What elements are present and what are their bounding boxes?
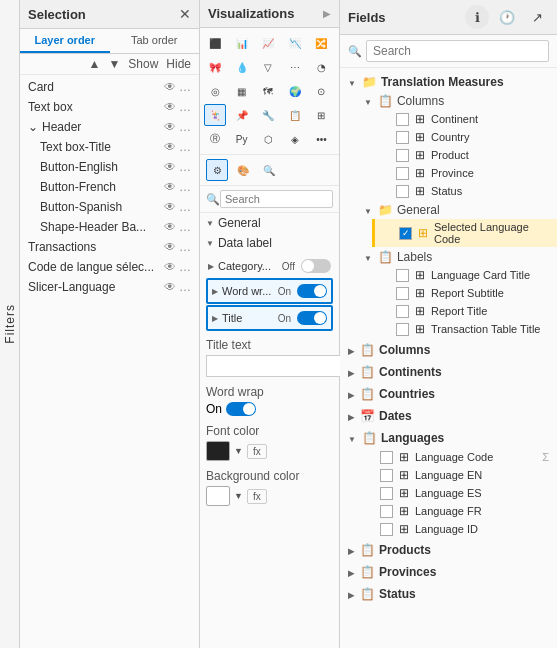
viz-icon-pie[interactable]: ◔ xyxy=(310,56,332,78)
product-checkbox[interactable] xyxy=(396,149,409,162)
viz-icon-matrix[interactable]: ⊞ xyxy=(310,104,332,126)
layer-item-button-spanish[interactable]: Button-Spanish 👁 … xyxy=(20,197,199,217)
tree-item-report-title[interactable]: ⊞ Report Title xyxy=(372,302,557,320)
tree-item-selected-language-code[interactable]: ⊞ Selected Language Code xyxy=(372,219,557,247)
layer-item-text-box-title[interactable]: Text box-Title 👁 … xyxy=(20,137,199,157)
viz-section-general[interactable]: General xyxy=(200,213,339,233)
bg-color-dropdown-icon[interactable]: ▼ xyxy=(234,491,243,501)
tree-sub-header-labels[interactable]: 📋 Labels xyxy=(356,248,557,266)
viz-icon-donut[interactable]: ◎ xyxy=(204,80,226,102)
language-id-checkbox[interactable] xyxy=(380,523,393,536)
info-button[interactable]: ℹ xyxy=(465,5,489,29)
report-title-checkbox[interactable] xyxy=(396,305,409,318)
tree-item-report-subtitle[interactable]: ⊞ Report Subtitle xyxy=(372,284,557,302)
language-en-checkbox[interactable] xyxy=(380,469,393,482)
bg-color-fx-button[interactable]: fx xyxy=(247,489,267,504)
tree-group-header-translation-measures[interactable]: 📁 Translation Measures xyxy=(340,72,557,92)
tree-item-language-es[interactable]: ⊞ Language ES xyxy=(356,484,557,502)
viz-icon-line[interactable]: 📈 xyxy=(257,32,279,54)
tree-item-country[interactable]: ⊞ Country xyxy=(372,128,557,146)
viz-icon-map[interactable]: 🗺 xyxy=(257,80,279,102)
tree-item-language-fr[interactable]: ⊞ Language FR xyxy=(356,502,557,520)
viz-analytics-icon[interactable]: 🔍 xyxy=(258,159,280,181)
continent-checkbox[interactable] xyxy=(396,113,409,126)
tree-item-province[interactable]: ⊞ Province xyxy=(372,164,557,182)
viz-icon-py[interactable]: Py xyxy=(231,128,253,150)
tree-item-language-en[interactable]: ⊞ Language EN xyxy=(356,466,557,484)
clock-button[interactable]: 🕐 xyxy=(495,5,519,29)
tree-group-header-continents[interactable]: 📋 Continents xyxy=(340,362,557,382)
tree-item-continent[interactable]: ⊞ Continent xyxy=(372,110,557,128)
tree-group-header-provinces[interactable]: 📋 Provinces xyxy=(340,562,557,582)
layer-item-button-french[interactable]: Button-French 👁 … xyxy=(20,177,199,197)
viz-section-data-label[interactable]: Data label xyxy=(200,233,339,253)
viz-icon-filled-map[interactable]: 🌍 xyxy=(284,80,306,102)
bg-color-swatch[interactable] xyxy=(206,486,230,506)
tree-group-header-columns[interactable]: 📋 Columns xyxy=(340,340,557,360)
viz-paint-icon[interactable]: 🎨 xyxy=(232,159,254,181)
show-button[interactable]: Show xyxy=(128,57,158,71)
viz-icon-funnel[interactable]: ▽ xyxy=(257,56,279,78)
viz-icon-more[interactable]: ••• xyxy=(310,128,332,150)
transaction-table-title-checkbox[interactable] xyxy=(396,323,409,336)
viz-icon-card[interactable]: 🃏 xyxy=(204,104,226,126)
viz-icon-kpi[interactable]: 📌 xyxy=(231,104,253,126)
language-fr-checkbox[interactable] xyxy=(380,505,393,518)
viz-icon-custom1[interactable]: ⬡ xyxy=(257,128,279,150)
tab-layer-order[interactable]: Layer order xyxy=(20,29,110,53)
viz-icon-custom2[interactable]: ◈ xyxy=(284,128,306,150)
language-card-title-checkbox[interactable] xyxy=(396,269,409,282)
word-wrap-toggle[interactable] xyxy=(297,284,327,298)
viz-icon-table[interactable]: 📋 xyxy=(284,104,306,126)
tree-item-transaction-table-title[interactable]: ⊞ Transaction Table Title xyxy=(372,320,557,338)
font-color-dropdown-icon[interactable]: ▼ xyxy=(234,446,243,456)
tree-sub-header-columns[interactable]: 📋 Columns xyxy=(356,92,557,110)
share-button[interactable]: ↗ xyxy=(525,5,549,29)
language-es-checkbox[interactable] xyxy=(380,487,393,500)
viz-icon-area[interactable]: 📉 xyxy=(284,32,306,54)
layer-item-code-de-langue[interactable]: Code de langue sélec... 👁 … xyxy=(20,257,199,277)
language-code-checkbox[interactable] xyxy=(380,451,393,464)
tree-group-header-status[interactable]: 📋 Status xyxy=(340,584,557,604)
viz-icon-slicer[interactable]: 🔧 xyxy=(257,104,279,126)
category-toggle[interactable] xyxy=(301,259,331,273)
layer-item-text-box[interactable]: Text box 👁 … xyxy=(20,97,199,117)
tree-item-language-code[interactable]: ⊞ Language Code Σ xyxy=(356,448,557,466)
layer-item-transactions[interactable]: Transactions 👁 … xyxy=(20,237,199,257)
layer-item-card[interactable]: Card 👁 … xyxy=(20,77,199,97)
hide-button[interactable]: Hide xyxy=(166,57,191,71)
layer-item-shape-header[interactable]: Shape-Header Ba... 👁 … xyxy=(20,217,199,237)
viz-icon-waterfall[interactable]: 💧 xyxy=(231,56,253,78)
viz-icon-r[interactable]: Ⓡ xyxy=(204,128,226,150)
country-checkbox[interactable] xyxy=(396,131,409,144)
viz-icon-combo[interactable]: 🔀 xyxy=(310,32,332,54)
layer-item-button-english[interactable]: Button-English 👁 … xyxy=(20,157,199,177)
tree-group-header-countries[interactable]: 📋 Countries xyxy=(340,384,557,404)
fields-search-input[interactable] xyxy=(366,40,549,62)
tree-item-status[interactable]: ⊞ Status xyxy=(372,182,557,200)
layer-item-slicer-language[interactable]: Slicer-Language 👁 … xyxy=(20,277,199,297)
up-arrow-button[interactable]: ▲ xyxy=(89,57,101,71)
title-text-input[interactable] xyxy=(206,355,354,377)
tab-tab-order[interactable]: Tab order xyxy=(110,29,200,53)
viz-icon-col[interactable]: 📊 xyxy=(231,32,253,54)
word-wrap-toggle2[interactable] xyxy=(226,402,256,416)
status-checkbox[interactable] xyxy=(396,185,409,198)
viz-icon-treemap[interactable]: ▦ xyxy=(231,80,253,102)
viz-icon-bar[interactable]: ⬛ xyxy=(204,32,226,54)
tree-item-product[interactable]: ⊞ Product xyxy=(372,146,557,164)
font-color-fx-button[interactable]: fx xyxy=(247,444,267,459)
viz-search-input[interactable] xyxy=(220,190,333,208)
layer-item-header[interactable]: ⌄ Header 👁 … xyxy=(20,117,199,137)
selection-close-button[interactable]: ✕ xyxy=(179,6,191,22)
font-color-swatch[interactable] xyxy=(206,441,230,461)
tree-group-header-dates[interactable]: 📅 Dates xyxy=(340,406,557,426)
tree-group-header-languages[interactable]: 📋 Languages xyxy=(340,428,557,448)
tree-group-header-products[interactable]: 📋 Products xyxy=(340,540,557,560)
down-arrow-button[interactable]: ▼ xyxy=(108,57,120,71)
viz-scroll-right-icon[interactable]: ▶ xyxy=(323,8,331,19)
selected-language-code-checkbox[interactable] xyxy=(399,227,412,240)
viz-icon-ribbon[interactable]: 🎀 xyxy=(204,56,226,78)
viz-icon-gauge[interactable]: ⊙ xyxy=(310,80,332,102)
tree-item-language-card-title[interactable]: ⊞ Language Card Title xyxy=(372,266,557,284)
